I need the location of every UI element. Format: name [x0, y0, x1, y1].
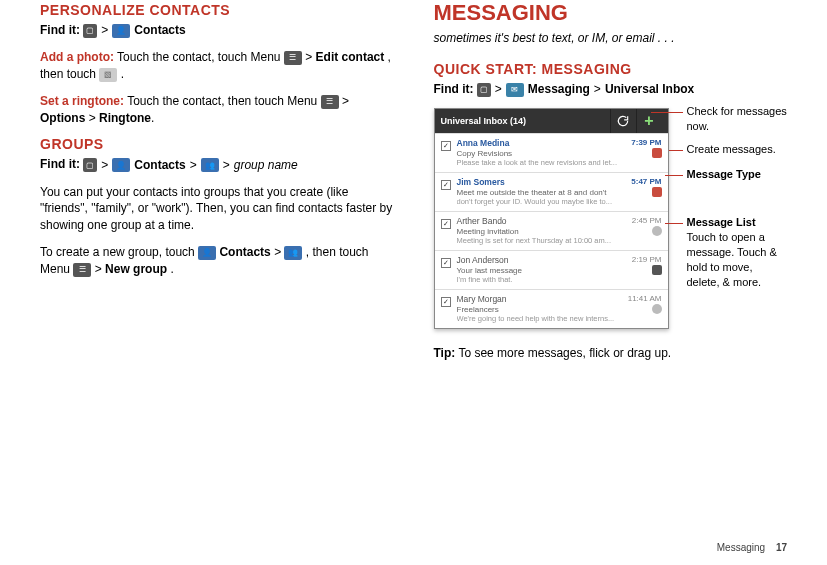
msg-preview: Meeting is set for next Thursday at 10:0…	[457, 236, 662, 245]
menu-icon: ☰	[73, 263, 91, 277]
list-item[interactable]: ✓Arther Bando2:45 PMMeeting invitationMe…	[435, 211, 668, 250]
message-type-icon	[652, 148, 662, 158]
checkbox-icon[interactable]: ✓	[441, 258, 451, 268]
msg-subject: Meet me outside the theater at 8 and don…	[457, 188, 607, 197]
msg-preview: We're going to need help with the new in…	[457, 314, 662, 323]
refresh-icon	[616, 114, 630, 128]
footer: Messaging 17	[717, 542, 787, 553]
heading-messaging: Messaging	[434, 0, 788, 26]
msg-subject: Freelancers	[457, 305, 499, 314]
contacts-icon: 👤	[112, 158, 130, 172]
contacts-label: Contacts	[134, 157, 185, 174]
msg-subject: Your last message	[457, 266, 523, 275]
msg-preview: don't forget your ID. Would you maybe li…	[457, 197, 662, 206]
contacts-label: Contacts	[134, 22, 185, 39]
group-name-label: group name	[234, 157, 298, 174]
home-icon: ▢	[477, 83, 491, 97]
message-type-icon	[652, 265, 662, 275]
find-it-personalize: Find it: ▢ > 👤 Contacts	[40, 22, 394, 39]
list-item[interactable]: ✓Mary Morgan11:41 AMFreelancersWe're goi…	[435, 289, 668, 328]
groups-icon: 👥	[284, 246, 302, 260]
msg-time: 5:47 PM	[631, 177, 661, 187]
msg-subject: Copy Revisions	[457, 149, 513, 158]
inbox-title: Universal Inbox (14)	[441, 116, 610, 126]
add-photo-paragraph: Add a photo: Touch the contact, touch Me…	[40, 49, 394, 83]
contacts-icon: 👤	[112, 24, 130, 38]
options-label: Options	[40, 111, 85, 125]
screenshot: Universal Inbox (14) + ✓Anna Medina7:39 …	[434, 108, 669, 329]
menu-icon: ☰	[284, 51, 302, 65]
checkbox-icon[interactable]: ✓	[441, 141, 451, 151]
list-item[interactable]: ✓Jim Somers5:47 PMMeet me outside the th…	[435, 172, 668, 211]
msg-sender: Jim Somers	[457, 177, 505, 187]
checkbox-icon[interactable]: ✓	[441, 297, 451, 307]
new-group-label: New group	[105, 262, 167, 276]
callout-list-text: Touch to open a message. Touch & hold to…	[687, 231, 777, 288]
photo-placeholder-icon: ▧	[99, 68, 117, 82]
universal-inbox-label: Universal Inbox	[605, 81, 694, 98]
footer-section: Messaging	[717, 542, 765, 553]
tip: Tip: To see more messages, flick or drag…	[434, 345, 788, 362]
list-item[interactable]: ✓Jon Anderson2:19 PMYour last messageI'm…	[435, 250, 668, 289]
msg-time: 11:41 AM	[628, 294, 662, 304]
groups-icon: 👥	[201, 158, 219, 172]
callout-type-title: Message Type	[687, 168, 761, 180]
msg-sender: Arther Bando	[457, 216, 507, 226]
find-it-label: Find it:	[434, 82, 474, 96]
message-type-icon	[652, 304, 662, 314]
tip-label: Tip:	[434, 346, 456, 360]
find-it-groups: Find it: ▢ > 👤 Contacts > 👥 > group name	[40, 156, 394, 173]
edit-contact-label: Edit contact	[316, 50, 385, 64]
refresh-button[interactable]	[610, 109, 636, 133]
set-ringtone-label: Set a ringtone:	[40, 94, 124, 108]
messaging-subtitle: sometimes it's best to text, or IM, or e…	[434, 30, 788, 47]
msg-sender: Jon Anderson	[457, 255, 509, 265]
add-photo-label: Add a photo:	[40, 50, 114, 64]
callout-list-title: Message List	[687, 216, 756, 228]
set-ringtone-paragraph: Set a ringtone: Touch the contact, then …	[40, 93, 394, 127]
home-icon: ▢	[83, 158, 97, 172]
heading-groups: Groups	[40, 136, 394, 152]
find-it-label: Find it:	[40, 157, 80, 171]
msg-time: 2:19 PM	[632, 255, 662, 265]
msg-sender: Mary Morgan	[457, 294, 507, 304]
msg-subject: Meeting invitation	[457, 227, 519, 236]
message-type-icon	[652, 226, 662, 236]
groups-create: To create a new group, touch 👤 Contacts …	[40, 244, 394, 278]
contacts-label: Contacts	[219, 245, 270, 259]
callout-create: Create messages.	[687, 143, 776, 155]
home-icon: ▢	[83, 24, 97, 38]
messaging-label: Messaging	[528, 81, 590, 98]
msg-time: 2:45 PM	[632, 216, 662, 226]
messaging-icon: ✉	[506, 83, 524, 97]
msg-preview: I'm fine with that.	[457, 275, 662, 284]
msg-sender: Anna Medina	[457, 138, 510, 148]
msg-time: 7:39 PM	[631, 138, 661, 148]
heading-quickstart: Quick start: Messaging	[434, 61, 788, 77]
checkbox-icon[interactable]: ✓	[441, 180, 451, 190]
page-number: 17	[776, 542, 787, 553]
menu-icon: ☰	[321, 95, 339, 109]
find-it-messaging: Find it: ▢ > ✉ Messaging > Universal Inb…	[434, 81, 788, 98]
contacts-icon: 👤	[198, 246, 216, 260]
heading-personalize: Personalize contacts	[40, 2, 394, 18]
groups-desc: You can put your contacts into groups th…	[40, 184, 394, 234]
callout-check: Check for messages now.	[687, 105, 787, 132]
msg-preview: Please take a look at the new revisions …	[457, 158, 662, 167]
checkbox-icon[interactable]: ✓	[441, 219, 451, 229]
ringtone-label: Ringtone	[99, 111, 151, 125]
message-type-icon	[652, 187, 662, 197]
tip-text: To see more messages, flick or drag up.	[458, 346, 671, 360]
list-item[interactable]: ✓Anna Medina7:39 PMCopy RevisionsPlease …	[435, 133, 668, 172]
message-list[interactable]: ✓Anna Medina7:39 PMCopy RevisionsPlease …	[435, 133, 668, 328]
find-it-label: Find it:	[40, 23, 80, 37]
